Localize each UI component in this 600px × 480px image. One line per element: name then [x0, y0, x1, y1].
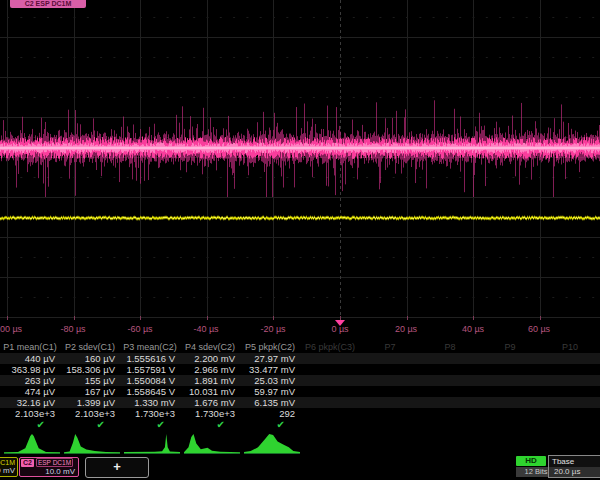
param-value: [360, 364, 420, 375]
param-value: [480, 364, 540, 375]
param-value: 33.477 mV: [240, 364, 300, 375]
param-value: [360, 408, 420, 419]
param-histicon[interactable]: [124, 430, 180, 457]
waveform-display[interactable]: [0, 0, 600, 320]
param-value: [540, 408, 600, 419]
timebase-value: 20.0 µs: [549, 467, 600, 477]
channel-c1-descriptor[interactable]: C1 DC1M 10.0 mV: [0, 457, 18, 477]
param-header[interactable]: P10: [540, 341, 600, 353]
param-value: 1.550084 V: [120, 375, 180, 386]
param-value: [420, 353, 480, 364]
param-header[interactable]: P7: [360, 341, 420, 353]
param-value: 1.676 mV: [180, 397, 240, 408]
c2-volts-per-div: 10.0 mV: [20, 467, 78, 476]
param-value: 2.103e+3: [60, 408, 120, 419]
c1-coupling-label: C1 DC1M: [0, 458, 17, 466]
time-axis-label: 60 µs: [528, 324, 550, 334]
c2-coupling-label: ESP DC1M: [36, 458, 73, 467]
param-value: 6.135 mV: [240, 397, 300, 408]
hd-mode-badge[interactable]: HD: [516, 456, 546, 466]
param-value: [540, 397, 600, 408]
param-value: [300, 353, 360, 364]
param-value: [480, 375, 540, 386]
param-value: 1.557591 V: [120, 364, 180, 375]
param-value: 2.966 mV: [180, 364, 240, 375]
param-value: [540, 364, 600, 375]
param-value: [480, 397, 540, 408]
param-value: [480, 386, 540, 397]
param-value: [540, 375, 600, 386]
param-status-check-icon: ✔: [180, 419, 240, 430]
param-value: 160 µV: [60, 353, 120, 364]
time-axis-label: -40 µs: [193, 324, 218, 334]
param-value: [360, 375, 420, 386]
c2-channel-chip: C2: [21, 459, 34, 467]
param-histicon[interactable]: [244, 430, 300, 457]
param-histicon[interactable]: [4, 430, 60, 457]
param-value: 1.891 mV: [180, 375, 240, 386]
channel-c2-descriptor[interactable]: C2 ESP DC1M 10.0 mV: [19, 457, 79, 477]
param-value: [420, 364, 480, 375]
param-value: [360, 386, 420, 397]
time-axis-label: -60 µs: [127, 324, 152, 334]
param-header[interactable]: P6 pkpk(C3): [300, 341, 360, 353]
param-value: 1.730e+3: [120, 408, 180, 419]
time-axis-label: -80 µs: [60, 324, 85, 334]
param-value: 10.031 mV: [180, 386, 240, 397]
param-status-check-icon: ✔: [60, 419, 120, 430]
param-value: 27.97 mV: [240, 353, 300, 364]
param-value: [420, 386, 480, 397]
param-value: 1.555616 V: [120, 353, 180, 364]
param-status-check-icon: ✔: [240, 419, 300, 430]
c1-volts-per-div: 10.0 mV: [0, 466, 17, 475]
param-value: [480, 353, 540, 364]
time-axis-label: 40 µs: [462, 324, 484, 334]
param-value: 292: [240, 408, 300, 419]
trace-label-badge[interactable]: C2 ESP DC1M: [10, 0, 86, 8]
timebase-title: Tbase: [549, 456, 600, 467]
time-axis-label: 0 µs: [331, 324, 348, 334]
add-trace-button[interactable]: +: [85, 457, 149, 478]
histicon-row: [0, 430, 600, 457]
measurement-table: P1 mean(C1)P2 sdev(C1)P3 mean(C2)P4 sdev…: [0, 341, 600, 430]
param-value: 1.558645 V: [120, 386, 180, 397]
param-value: [360, 353, 420, 364]
param-value: 32.16 µV: [0, 397, 60, 408]
param-value: [420, 397, 480, 408]
time-axis-label: 20 µs: [395, 324, 417, 334]
oscilloscope-screen: C2 ESP DC1M -100 µs-80 µs-60 µs-40 µs-20…: [0, 0, 600, 480]
param-header[interactable]: P9: [480, 341, 540, 353]
param-value: [540, 353, 600, 364]
param-header[interactable]: P5 pkpk(C2): [240, 341, 300, 353]
param-value: 1.399 µV: [60, 397, 120, 408]
param-status-check-icon: ✔: [0, 419, 60, 430]
param-value: 25.03 mV: [240, 375, 300, 386]
param-value: 363.98 µV: [0, 364, 60, 375]
param-histicon[interactable]: [64, 430, 120, 457]
param-value: 263 µV: [0, 375, 60, 386]
param-value: [300, 408, 360, 419]
param-header[interactable]: P3 mean(C2): [120, 341, 180, 353]
param-value: [480, 408, 540, 419]
param-value: [300, 386, 360, 397]
param-header[interactable]: P2 sdev(C1): [60, 341, 120, 353]
param-value: 167 µV: [60, 386, 120, 397]
time-axis-label: -100 µs: [0, 324, 22, 334]
param-value: 155 µV: [60, 375, 120, 386]
param-value: [300, 397, 360, 408]
descriptor-bar: C1 DC1M 10.0 mV C2 ESP DC1M 10.0 mV + HD…: [0, 455, 600, 480]
param-header[interactable]: P1 mean(C1): [0, 341, 60, 353]
param-value: 1.730e+3: [180, 408, 240, 419]
param-header[interactable]: P4 sdev(C2): [180, 341, 240, 353]
timebase-descriptor[interactable]: Tbase 20.0 µs: [548, 455, 600, 478]
param-value: 1.330 mV: [120, 397, 180, 408]
param-value: [540, 386, 600, 397]
time-axis-label: -20 µs: [260, 324, 285, 334]
param-value: [360, 397, 420, 408]
param-value: 158.306 µV: [60, 364, 120, 375]
param-value: 2.103e+3: [0, 408, 60, 419]
param-value: [420, 408, 480, 419]
param-histicon[interactable]: [184, 430, 240, 457]
param-value: [420, 375, 480, 386]
param-header[interactable]: P8: [420, 341, 480, 353]
